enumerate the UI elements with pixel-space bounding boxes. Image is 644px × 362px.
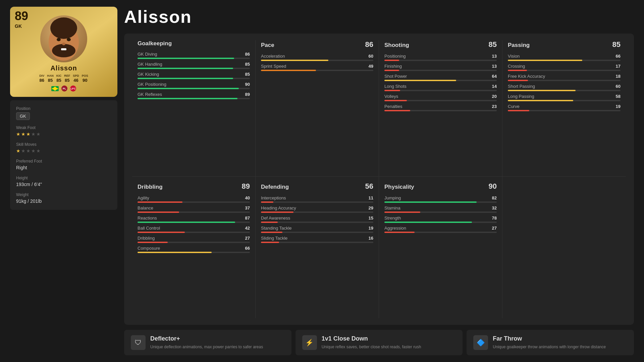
stat-bar-container [138, 88, 250, 89]
playstyle-card-0: 🛡Deflector+Unique deflection animations,… [124, 330, 291, 355]
info-panel: Position GK Weak Foot ★ ★ ★ ★ ★ Skill Mo… [10, 100, 117, 210]
stat-attr-name: Agility [138, 195, 149, 200]
stat-row: Def Awareness15 [261, 216, 373, 223]
star-3: ★ [26, 131, 31, 137]
stat-row: Volleys20 [384, 94, 497, 101]
skill-moves-section: Skill Moves ★ ★ ★ ★ ★ [16, 142, 111, 154]
kic-label: KIC [56, 74, 62, 77]
stat-row: Standing Tackle19 [261, 226, 373, 233]
playstyle-icon-0: 🛡 [131, 335, 146, 350]
stat-attr-val: 78 [492, 216, 497, 221]
stat-row: Heading Accuracy29 [261, 205, 373, 213]
skill-moves-stars: ★ ★ ★ ★ ★ [16, 148, 111, 154]
stat-bar [261, 212, 293, 213]
stat-bar [138, 98, 237, 99]
stat-row: Jumping82 [384, 195, 497, 203]
stat-bar-container [384, 80, 497, 81]
ref-val: 85 [65, 78, 69, 83]
weak-foot-stars: ★ ★ ★ ★ ★ [16, 131, 111, 137]
card-badges: PL LFC [51, 85, 76, 92]
stat-attr-val: 37 [245, 205, 250, 210]
stat-row: Composure66 [138, 246, 250, 253]
stat-attr-val: 29 [369, 205, 373, 210]
stat-attr-name: Jumping [384, 195, 401, 200]
stat-attr-val: 42 [245, 226, 250, 231]
skill-moves-label: Skill Moves [16, 142, 111, 147]
stat-section-name-shooting: Shooting [384, 42, 409, 49]
stat-row: Interceptions11 [261, 195, 373, 203]
stat-section-goalkeeping: GoalkeepingGK Diving86GK Handling85GK Ki… [132, 40, 256, 176]
stat-bar-container [138, 58, 250, 59]
stat-section-total-dribbling: 89 [242, 182, 250, 191]
card-position-label: GK [15, 23, 22, 29]
stat-bar [508, 70, 527, 71]
left-panel: 89 GK [10, 7, 117, 355]
stat-attr-val: 60 [369, 54, 373, 59]
stat-section-total-pace: 86 [365, 40, 373, 49]
playstyle-card-2: 🔷Far ThrowUnique goalkeeper throw animat… [467, 330, 634, 355]
stat-section-total-defending: 56 [365, 182, 373, 191]
svg-point-5 [62, 43, 65, 45]
height-label: Height [16, 176, 111, 180]
sm-star-4: ★ [31, 148, 36, 154]
stat-row: GK Kicking85 [138, 72, 250, 79]
star-4: ★ [31, 131, 36, 137]
stat-attr-val: 66 [616, 54, 621, 59]
stat-attr-name: Def Awareness [261, 216, 290, 221]
stat-section-name-dribbling: Dribbling [138, 184, 163, 190]
svg-rect-6 [61, 48, 66, 50]
stat-attr-name: Dribbling [138, 236, 155, 241]
stat-row: Sprint Speed49 [261, 64, 373, 71]
stat-attr-name: GK Diving [138, 52, 157, 57]
stat-attr-name: Curve [508, 104, 520, 109]
card-stats-row: DIV 86 HAN 85 KIC 85 REF 85 SPD 46 [39, 74, 88, 83]
star-5: ★ [36, 131, 41, 137]
stat-attr-name: Stamina [384, 205, 400, 210]
stat-attr-name: Long Shots [384, 84, 407, 89]
stat-row: Dribbling27 [138, 236, 250, 243]
stat-bar-container [138, 78, 250, 79]
height-section: Height 193cm / 6'4" [16, 176, 111, 187]
stat-section-defending: Defending56Interceptions11Heading Accura… [256, 176, 379, 318]
position-label: Position [16, 106, 111, 111]
stat-attr-val: 82 [492, 195, 497, 200]
playstyle-name-1: 1v1 Close Down [322, 335, 421, 342]
weight-section: Weight 91kg / 201lb [16, 192, 111, 204]
stat-section-name-physicality: Physicality [384, 184, 414, 190]
stat-bar-container [138, 212, 250, 213]
stat-attr-name: GK Kicking [138, 72, 159, 77]
stat-bar [508, 80, 528, 81]
stats-container: GoalkeepingGK Diving86GK Handling85GK Ki… [124, 34, 634, 325]
stat-attr-name: Sprint Speed [261, 64, 286, 69]
stat-bar-container [384, 222, 497, 223]
playstyle-name-2: Far Throw [493, 335, 606, 342]
stat-bar-container [384, 212, 497, 213]
stat-bar [261, 201, 273, 203]
stat-bar-container [508, 90, 621, 91]
stat-bar-container [138, 98, 250, 99]
stat-bar [384, 70, 399, 71]
stat-attr-val: 66 [245, 246, 250, 251]
stat-attr-val: 27 [492, 226, 497, 231]
stat-row: Vision66 [508, 54, 621, 61]
stat-row: GK Positioning90 [138, 82, 250, 89]
stat-attr-val: 49 [369, 64, 373, 69]
stat-bar-container [508, 110, 621, 111]
pos-val: 90 [83, 78, 87, 83]
league-badge: PL [61, 85, 67, 92]
stat-attr-val: 16 [369, 236, 373, 241]
stat-bar-container [384, 60, 497, 61]
weak-foot-section: Weak Foot ★ ★ ★ ★ ★ [16, 125, 111, 137]
stat-bar [138, 252, 212, 253]
stat-attr-name: Crossing [508, 64, 525, 69]
stat-bar [384, 201, 477, 203]
stat-bar [138, 58, 234, 59]
stat-attr-name: Heading Accuracy [261, 205, 296, 210]
stat-row: Curve19 [508, 104, 621, 111]
spd-label: SPD [73, 74, 79, 77]
player-photo [40, 15, 87, 62]
stat-bar-container [508, 60, 621, 61]
svg-point-4 [67, 38, 71, 41]
stat-bar-container [508, 100, 621, 101]
flag-brazil [51, 86, 59, 91]
